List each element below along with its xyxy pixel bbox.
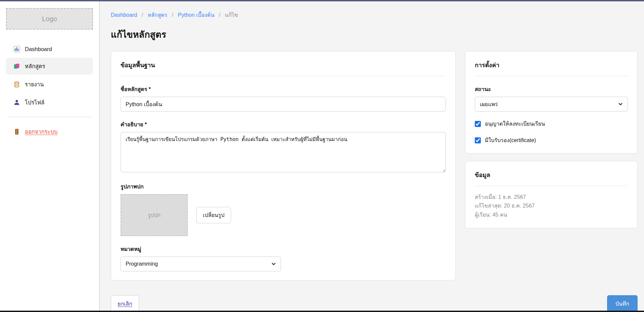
description-textarea[interactable]: เรียนรู้พื้นฐานการเขียนโปรแกรมด้วยภาษา P…	[121, 132, 446, 172]
breadcrumb-separator: /	[219, 12, 220, 18]
cover-image-label: รูปภาพปก	[121, 182, 446, 191]
settings-card: การตั้งค่า สถานะ เผยแพร่ อนุญาตให้ลงทะเบ…	[465, 51, 638, 153]
cancel-button[interactable]: ยกเลิก	[111, 295, 139, 312]
status-selected-value: เผยแพร่	[480, 100, 498, 108]
bar-chart-icon	[13, 46, 20, 52]
page-title: แก้ไขหลักสูตร	[111, 27, 638, 42]
info-card-title: ข้อมูล	[475, 170, 628, 186]
books-icon	[13, 63, 20, 70]
info-rows: สร้างเมื่อ: 1 ธ.ค. 2567 แก้ไขล่าสุด: 20 …	[475, 193, 628, 219]
sidebar-item-profile[interactable]: โปรไฟล์	[6, 94, 93, 111]
app-layout: Logo Dashboard	[0, 1, 644, 311]
sidebar-item-label: รายงาน	[25, 80, 44, 89]
breadcrumb-courses[interactable]: หลักสูตร	[148, 12, 168, 18]
chevron-down-icon	[271, 262, 276, 266]
bottom-edge-bar	[0, 311, 644, 312]
logo-text: Logo	[42, 15, 57, 23]
sidebar-item-label: หลักสูตร	[25, 62, 45, 71]
course-name-input[interactable]	[121, 97, 446, 112]
change-image-button[interactable]: เปลี่ยนรูป	[196, 207, 231, 223]
allow-enrollment-checkbox[interactable]	[475, 121, 481, 127]
save-button[interactable]: บันทึก	[607, 295, 638, 312]
breadcrumb: Dashboard / หลักสูตร / Python เบื้องต้น …	[111, 11, 638, 19]
description-label: คำอธิบาย *	[121, 120, 446, 129]
basic-info-card: ข้อมูลพื้นฐาน ชื่อหลักสูตร * คำอธิบาย * …	[111, 51, 456, 280]
logout-label: ออกจากระบบ	[25, 127, 57, 136]
certificate-row: มีใบรับรอง(certificate)	[475, 136, 628, 144]
sidebar-item-dashboard[interactable]: Dashboard	[6, 42, 93, 56]
logo: Logo	[6, 8, 93, 30]
sidebar-nav: Dashboard หลักสูตร	[6, 42, 93, 140]
sidebar-item-reports[interactable]: รายงาน	[6, 76, 93, 93]
sidebar: Logo Dashboard	[0, 1, 100, 311]
door-icon	[13, 128, 20, 135]
info-card: ข้อมูล สร้างเมื่อ: 1 ธ.ค. 2567 แก้ไขล่าส…	[465, 161, 638, 228]
chevron-down-icon	[618, 102, 623, 106]
category-select[interactable]: Programming	[121, 257, 281, 271]
sidebar-item-logout[interactable]: ออกจากระบบ	[6, 123, 93, 140]
category-label: หมวดหมู่	[121, 245, 446, 253]
person-icon	[13, 99, 20, 106]
clipboard-icon	[13, 81, 20, 88]
settings-card-title: การตั้งค่า	[475, 60, 628, 76]
certificate-checkbox[interactable]	[475, 137, 481, 143]
info-row-created: สร้างเมื่อ: 1 ธ.ค. 2567	[475, 193, 628, 202]
sidebar-item-courses[interactable]: หลักสูตร	[6, 58, 93, 75]
certificate-label: มีใบรับรอง(certificate)	[485, 136, 536, 144]
breadcrumb-dashboard[interactable]: Dashboard	[111, 12, 137, 18]
sidebar-item-label: โปรไฟล์	[25, 98, 44, 107]
info-row-learners: ผู้เรียน: 45 คน	[475, 211, 628, 219]
cover-image-placeholder-text: รูปปก	[148, 211, 161, 219]
category-selected-value: Programming	[126, 261, 158, 267]
breadcrumb-course-python[interactable]: Python เบื้องต้น	[178, 12, 215, 18]
course-name-label: ชื่อหลักสูตร *	[121, 85, 446, 93]
form-actions: ยกเลิก บันทึก	[111, 295, 638, 312]
sidebar-item-label: Dashboard	[25, 46, 52, 52]
main-content: Dashboard / หลักสูตร / Python เบื้องต้น …	[100, 1, 644, 311]
cover-image-placeholder: รูปปก	[121, 194, 188, 236]
allow-enrollment-label: อนุญาตให้ลงทะเบียนเรียน	[485, 120, 545, 128]
breadcrumb-separator: /	[172, 12, 173, 18]
allow-enrollment-row: อนุญาตให้ลงทะเบียนเรียน	[475, 120, 628, 128]
breadcrumb-separator: /	[142, 12, 143, 18]
info-row-updated: แก้ไขล่าสุด: 20 ธ.ค. 2567	[475, 202, 628, 210]
status-label: สถานะ	[475, 85, 628, 93]
basic-info-card-title: ข้อมูลพื้นฐาน	[121, 60, 446, 76]
cancel-button-label: ยกเลิก	[118, 301, 132, 307]
sidebar-divider	[7, 117, 92, 117]
breadcrumb-current: แก้ไข	[225, 12, 238, 18]
status-select[interactable]: เผยแพร่	[475, 97, 628, 112]
